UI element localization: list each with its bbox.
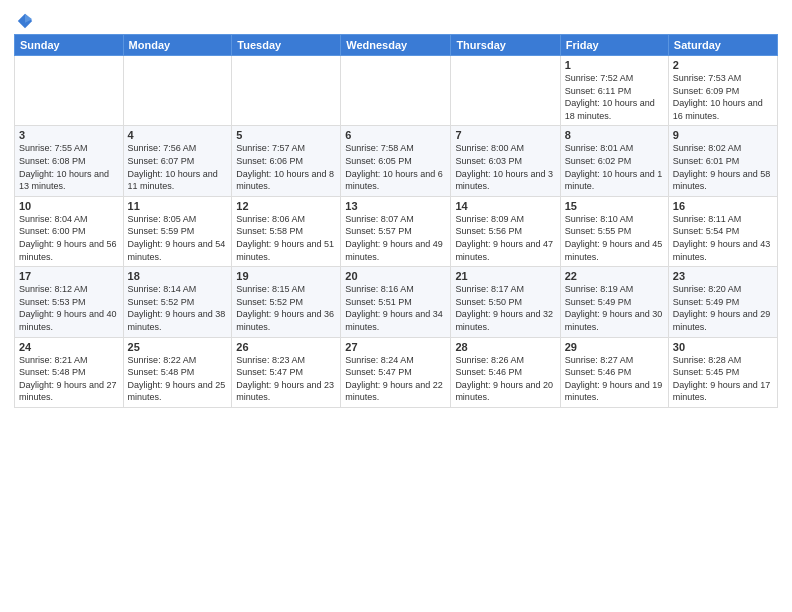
day-info: Sunrise: 8:15 AM Sunset: 5:52 PM Dayligh…	[236, 283, 336, 333]
day-number: 8	[565, 129, 664, 141]
calendar-cell: 28Sunrise: 8:26 AM Sunset: 5:46 PM Dayli…	[451, 337, 560, 407]
calendar-cell: 23Sunrise: 8:20 AM Sunset: 5:49 PM Dayli…	[668, 267, 777, 337]
calendar-cell: 22Sunrise: 8:19 AM Sunset: 5:49 PM Dayli…	[560, 267, 668, 337]
day-info: Sunrise: 8:12 AM Sunset: 5:53 PM Dayligh…	[19, 283, 119, 333]
day-number: 4	[128, 129, 228, 141]
calendar-cell: 13Sunrise: 8:07 AM Sunset: 5:57 PM Dayli…	[341, 196, 451, 266]
weekday-header-row: SundayMondayTuesdayWednesdayThursdayFrid…	[15, 35, 778, 56]
day-number: 20	[345, 270, 446, 282]
calendar-cell: 6Sunrise: 7:58 AM Sunset: 6:05 PM Daylig…	[341, 126, 451, 196]
weekday-header-saturday: Saturday	[668, 35, 777, 56]
day-info: Sunrise: 8:27 AM Sunset: 5:46 PM Dayligh…	[565, 354, 664, 404]
day-info: Sunrise: 7:52 AM Sunset: 6:11 PM Dayligh…	[565, 72, 664, 122]
day-info: Sunrise: 8:24 AM Sunset: 5:47 PM Dayligh…	[345, 354, 446, 404]
day-info: Sunrise: 8:04 AM Sunset: 6:00 PM Dayligh…	[19, 213, 119, 263]
calendar-cell: 29Sunrise: 8:27 AM Sunset: 5:46 PM Dayli…	[560, 337, 668, 407]
calendar-cell	[232, 56, 341, 126]
calendar-cell: 7Sunrise: 8:00 AM Sunset: 6:03 PM Daylig…	[451, 126, 560, 196]
day-number: 23	[673, 270, 773, 282]
calendar-cell: 11Sunrise: 8:05 AM Sunset: 5:59 PM Dayli…	[123, 196, 232, 266]
logo	[14, 14, 34, 30]
calendar-cell: 21Sunrise: 8:17 AM Sunset: 5:50 PM Dayli…	[451, 267, 560, 337]
day-info: Sunrise: 8:19 AM Sunset: 5:49 PM Dayligh…	[565, 283, 664, 333]
day-number: 21	[455, 270, 555, 282]
day-number: 3	[19, 129, 119, 141]
calendar-cell: 9Sunrise: 8:02 AM Sunset: 6:01 PM Daylig…	[668, 126, 777, 196]
calendar-cell: 2Sunrise: 7:53 AM Sunset: 6:09 PM Daylig…	[668, 56, 777, 126]
day-info: Sunrise: 7:57 AM Sunset: 6:06 PM Dayligh…	[236, 142, 336, 192]
calendar-cell: 4Sunrise: 7:56 AM Sunset: 6:07 PM Daylig…	[123, 126, 232, 196]
day-number: 25	[128, 341, 228, 353]
day-info: Sunrise: 8:23 AM Sunset: 5:47 PM Dayligh…	[236, 354, 336, 404]
calendar-cell: 10Sunrise: 8:04 AM Sunset: 6:00 PM Dayli…	[15, 196, 124, 266]
day-info: Sunrise: 8:14 AM Sunset: 5:52 PM Dayligh…	[128, 283, 228, 333]
calendar: SundayMondayTuesdayWednesdayThursdayFrid…	[14, 34, 778, 408]
day-number: 14	[455, 200, 555, 212]
calendar-cell: 1Sunrise: 7:52 AM Sunset: 6:11 PM Daylig…	[560, 56, 668, 126]
weekday-header-wednesday: Wednesday	[341, 35, 451, 56]
weekday-header-tuesday: Tuesday	[232, 35, 341, 56]
calendar-cell: 25Sunrise: 8:22 AM Sunset: 5:48 PM Dayli…	[123, 337, 232, 407]
day-number: 6	[345, 129, 446, 141]
day-info: Sunrise: 8:22 AM Sunset: 5:48 PM Dayligh…	[128, 354, 228, 404]
week-row-1: 1Sunrise: 7:52 AM Sunset: 6:11 PM Daylig…	[15, 56, 778, 126]
calendar-cell	[123, 56, 232, 126]
day-info: Sunrise: 8:11 AM Sunset: 5:54 PM Dayligh…	[673, 213, 773, 263]
week-row-4: 17Sunrise: 8:12 AM Sunset: 5:53 PM Dayli…	[15, 267, 778, 337]
calendar-cell: 15Sunrise: 8:10 AM Sunset: 5:55 PM Dayli…	[560, 196, 668, 266]
calendar-cell: 14Sunrise: 8:09 AM Sunset: 5:56 PM Dayli…	[451, 196, 560, 266]
day-number: 1	[565, 59, 664, 71]
day-info: Sunrise: 8:06 AM Sunset: 5:58 PM Dayligh…	[236, 213, 336, 263]
day-info: Sunrise: 8:26 AM Sunset: 5:46 PM Dayligh…	[455, 354, 555, 404]
day-info: Sunrise: 8:00 AM Sunset: 6:03 PM Dayligh…	[455, 142, 555, 192]
day-number: 15	[565, 200, 664, 212]
day-info: Sunrise: 8:28 AM Sunset: 5:45 PM Dayligh…	[673, 354, 773, 404]
day-number: 26	[236, 341, 336, 353]
calendar-cell: 18Sunrise: 8:14 AM Sunset: 5:52 PM Dayli…	[123, 267, 232, 337]
day-info: Sunrise: 7:58 AM Sunset: 6:05 PM Dayligh…	[345, 142, 446, 192]
day-number: 28	[455, 341, 555, 353]
week-row-3: 10Sunrise: 8:04 AM Sunset: 6:00 PM Dayli…	[15, 196, 778, 266]
calendar-cell: 27Sunrise: 8:24 AM Sunset: 5:47 PM Dayli…	[341, 337, 451, 407]
day-info: Sunrise: 8:01 AM Sunset: 6:02 PM Dayligh…	[565, 142, 664, 192]
header	[14, 10, 778, 30]
day-info: Sunrise: 8:05 AM Sunset: 5:59 PM Dayligh…	[128, 213, 228, 263]
day-number: 29	[565, 341, 664, 353]
day-number: 19	[236, 270, 336, 282]
calendar-cell	[341, 56, 451, 126]
day-info: Sunrise: 8:17 AM Sunset: 5:50 PM Dayligh…	[455, 283, 555, 333]
calendar-cell: 30Sunrise: 8:28 AM Sunset: 5:45 PM Dayli…	[668, 337, 777, 407]
day-number: 10	[19, 200, 119, 212]
calendar-cell: 16Sunrise: 8:11 AM Sunset: 5:54 PM Dayli…	[668, 196, 777, 266]
day-number: 9	[673, 129, 773, 141]
calendar-cell: 17Sunrise: 8:12 AM Sunset: 5:53 PM Dayli…	[15, 267, 124, 337]
day-number: 18	[128, 270, 228, 282]
calendar-cell: 26Sunrise: 8:23 AM Sunset: 5:47 PM Dayli…	[232, 337, 341, 407]
weekday-header-monday: Monday	[123, 35, 232, 56]
page: SundayMondayTuesdayWednesdayThursdayFrid…	[0, 0, 792, 612]
day-number: 11	[128, 200, 228, 212]
day-number: 7	[455, 129, 555, 141]
day-number: 16	[673, 200, 773, 212]
logo-icon	[16, 12, 34, 30]
calendar-body: 1Sunrise: 7:52 AM Sunset: 6:11 PM Daylig…	[15, 56, 778, 408]
weekday-header-thursday: Thursday	[451, 35, 560, 56]
calendar-cell: 12Sunrise: 8:06 AM Sunset: 5:58 PM Dayli…	[232, 196, 341, 266]
calendar-cell	[15, 56, 124, 126]
day-info: Sunrise: 8:20 AM Sunset: 5:49 PM Dayligh…	[673, 283, 773, 333]
calendar-cell: 5Sunrise: 7:57 AM Sunset: 6:06 PM Daylig…	[232, 126, 341, 196]
day-number: 13	[345, 200, 446, 212]
day-number: 27	[345, 341, 446, 353]
day-info: Sunrise: 8:10 AM Sunset: 5:55 PM Dayligh…	[565, 213, 664, 263]
day-number: 24	[19, 341, 119, 353]
calendar-cell	[451, 56, 560, 126]
day-info: Sunrise: 8:07 AM Sunset: 5:57 PM Dayligh…	[345, 213, 446, 263]
calendar-cell: 8Sunrise: 8:01 AM Sunset: 6:02 PM Daylig…	[560, 126, 668, 196]
day-number: 22	[565, 270, 664, 282]
weekday-header-friday: Friday	[560, 35, 668, 56]
calendar-cell: 19Sunrise: 8:15 AM Sunset: 5:52 PM Dayli…	[232, 267, 341, 337]
day-number: 12	[236, 200, 336, 212]
day-info: Sunrise: 8:16 AM Sunset: 5:51 PM Dayligh…	[345, 283, 446, 333]
calendar-cell: 24Sunrise: 8:21 AM Sunset: 5:48 PM Dayli…	[15, 337, 124, 407]
day-info: Sunrise: 8:09 AM Sunset: 5:56 PM Dayligh…	[455, 213, 555, 263]
